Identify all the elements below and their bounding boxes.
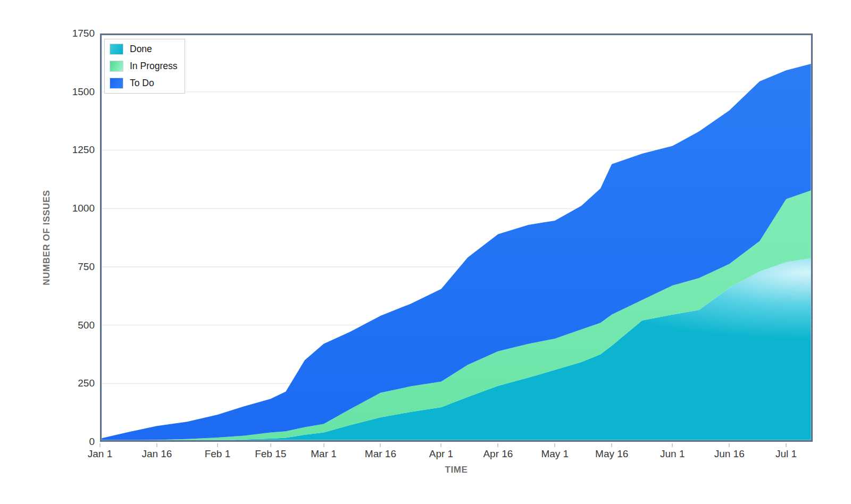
x-tick-label-may-1: May 1 [523,448,587,460]
x-tick-label-apr-1: Apr 1 [409,448,473,460]
x-tick-mark [611,443,612,447]
x-tick-mark [554,443,555,447]
x-tick-label-apr-16: Apr 16 [466,448,530,460]
legend-label-in-progress: In Progress [130,61,177,72]
x-axis-title: TIME [445,465,468,475]
x-tick-mark [440,443,441,447]
x-tick-mark [497,443,498,447]
x-tick-label-may-16: May 16 [580,448,644,460]
cumulative-flow-diagram: NUMBER OF ISSUES TIME Done In Progress T… [0,0,851,504]
legend-label-to-do: To Do [130,78,154,89]
x-tick-mark [217,443,218,447]
x-tick-label-mar-1: Mar 1 [292,448,356,460]
legend-item-to-do: To Do [110,78,177,89]
x-tick-label-jan-1: Jan 1 [68,448,132,460]
y-tick-label-1750: 1750 [46,28,95,39]
x-tick-label-jun-1: Jun 1 [640,448,704,460]
legend: Done In Progress To Do [104,39,185,94]
x-tick-mark [786,443,787,447]
y-tick-label-500: 500 [46,320,95,331]
x-tick-mark [729,443,730,447]
y-tick-label-1500: 1500 [46,86,95,98]
legend-item-in-progress: In Progress [110,61,177,72]
y-tick-label-750: 750 [46,261,95,273]
x-tick-mark [156,443,157,447]
legend-item-done: Done [110,44,177,55]
x-tick-mark [672,443,673,447]
x-tick-mark [270,443,271,447]
y-tick-label-1000: 1000 [46,203,95,214]
legend-swatch-done-icon [110,44,123,55]
x-tick-label-jul-1: Jul 1 [754,448,818,460]
x-tick-mark [323,443,324,447]
legend-label-done: Done [130,44,152,55]
y-tick-label-0: 0 [46,436,95,448]
y-tick-label-250: 250 [46,377,95,389]
x-tick-label-jan-16: Jan 16 [125,448,189,460]
x-tick-mark [99,443,101,447]
x-tick-label-jun-16: Jun 16 [697,448,761,460]
y-tick-label-1250: 1250 [46,144,95,156]
x-tick-mark [380,443,381,447]
plot-area[interactable] [100,33,813,442]
legend-swatch-to-do-icon [110,78,123,89]
x-tick-label-mar-16: Mar 16 [348,448,412,460]
legend-swatch-in-progress-icon [110,61,123,72]
